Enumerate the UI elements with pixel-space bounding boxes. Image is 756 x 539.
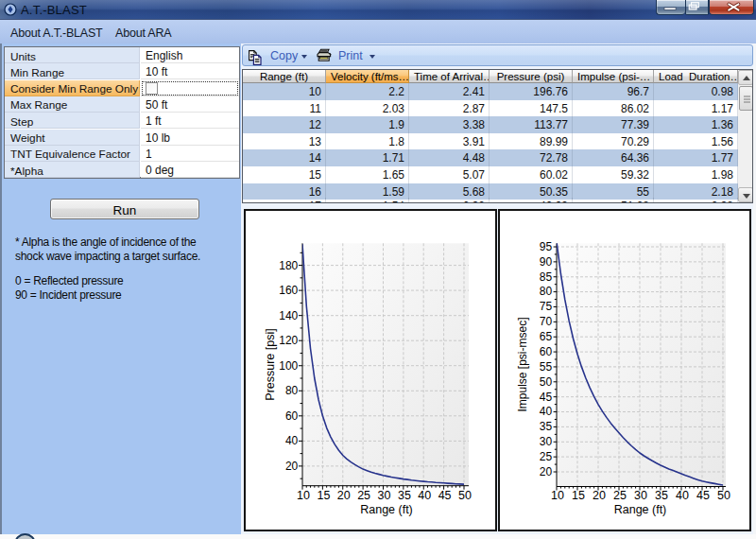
svg-text:20: 20 [540, 465, 553, 478]
svg-text:40: 40 [540, 405, 553, 418]
svg-text:140: 140 [279, 309, 298, 322]
svg-text:20: 20 [593, 489, 606, 502]
svg-text:65: 65 [540, 330, 553, 343]
svg-text:85: 85 [540, 270, 553, 284]
svg-text:30: 30 [378, 489, 391, 502]
svg-text:50: 50 [717, 489, 730, 502]
svg-text:30: 30 [540, 435, 553, 448]
svg-text:100: 100 [279, 359, 298, 373]
svg-text:Pressure [psi]: Pressure [psi] [264, 328, 277, 400]
svg-text:95: 95 [540, 240, 553, 253]
svg-text:30: 30 [634, 489, 647, 502]
svg-text:60: 60 [285, 409, 299, 423]
svg-text:10: 10 [551, 489, 564, 502]
svg-text:25: 25 [357, 489, 370, 502]
svg-text:20: 20 [337, 489, 351, 502]
svg-text:10: 10 [297, 489, 310, 502]
svg-text:15: 15 [317, 489, 330, 502]
svg-text:80: 80 [540, 285, 553, 298]
svg-text:45: 45 [540, 391, 553, 404]
svg-text:50: 50 [458, 489, 472, 502]
svg-text:160: 160 [279, 284, 298, 297]
svg-text:40: 40 [285, 434, 299, 447]
svg-text:Impulse [psi-msec]: Impulse [psi-msec] [516, 317, 529, 411]
svg-text:50: 50 [540, 375, 553, 389]
svg-text:40: 40 [418, 489, 431, 502]
svg-text:90: 90 [540, 255, 553, 269]
svg-text:70: 70 [540, 315, 553, 328]
svg-text:55: 55 [540, 360, 553, 374]
svg-text:45: 45 [438, 489, 452, 502]
svg-text:35: 35 [655, 489, 668, 502]
svg-text:45: 45 [696, 489, 710, 502]
svg-text:75: 75 [540, 300, 553, 313]
svg-text:Range (ft): Range (ft) [360, 503, 413, 516]
svg-text:60: 60 [540, 345, 553, 358]
svg-text:35: 35 [398, 489, 411, 502]
svg-text:120: 120 [279, 334, 298, 347]
svg-text:15: 15 [572, 489, 585, 502]
svg-text:25: 25 [540, 450, 553, 463]
svg-text:180: 180 [279, 259, 298, 272]
svg-text:20: 20 [285, 460, 299, 473]
svg-text:25: 25 [613, 489, 627, 502]
svg-text:35: 35 [540, 420, 553, 433]
svg-text:80: 80 [285, 384, 299, 397]
svg-text:40: 40 [676, 489, 689, 502]
svg-text:Range (ft): Range (ft) [614, 503, 667, 516]
